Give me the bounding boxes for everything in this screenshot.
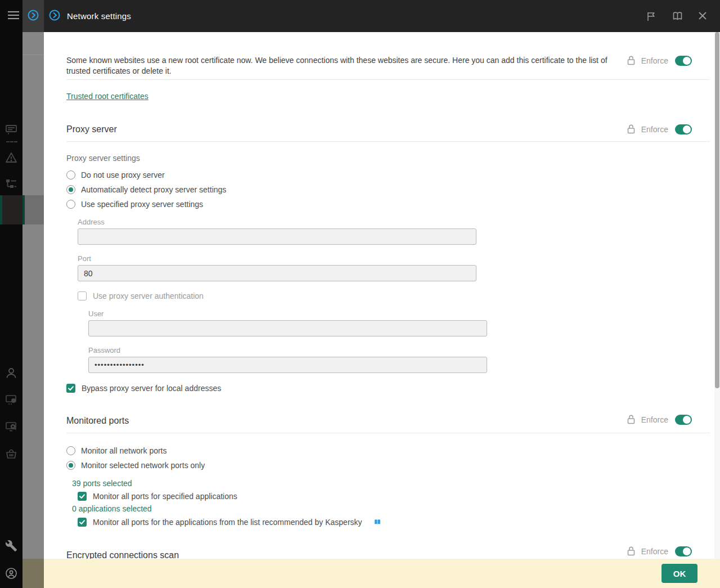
enforce-label: Enforce: [641, 547, 668, 556]
close-icon[interactable]: [698, 11, 709, 22]
flag-icon[interactable]: [646, 11, 657, 22]
port-input[interactable]: [78, 265, 476, 281]
help-book-icon[interactable]: [672, 11, 683, 22]
proxy-section-title: Proxy server: [66, 124, 117, 134]
device-settings-icon[interactable]: [5, 393, 17, 406]
ports-selected-link[interactable]: 39 ports selected: [72, 479, 132, 488]
rail-separator: [6, 141, 17, 142]
checkbox-label: Monitor all ports for specified applicat…: [93, 492, 237, 501]
rail-selected-item[interactable]: [0, 195, 22, 225]
radio-circle[interactable]: [66, 170, 75, 179]
scrollbar-track[interactable]: [714, 32, 720, 559]
checkbox-checked[interactable]: [78, 492, 87, 501]
applications-selected-link[interactable]: 0 applications selected: [72, 504, 152, 513]
lock-icon: [627, 55, 636, 67]
enforce-toggle-certificates[interactable]: [675, 56, 692, 66]
radio-circle-selected[interactable]: [66, 461, 75, 470]
enforce-label: Enforce: [641, 56, 668, 65]
port-label: Port: [78, 254, 710, 263]
checkbox-checked[interactable]: [78, 518, 87, 527]
ports-section-header: Monitored ports: [66, 416, 710, 433]
dialog-header: Network settings: [44, 0, 720, 32]
checkbox-checked[interactable]: [66, 384, 75, 393]
radio-circle[interactable]: [66, 446, 75, 455]
app-icon-rail: [0, 0, 22, 588]
dimmed-menu-column: [22, 0, 44, 588]
divider: [66, 79, 710, 80]
dimmed-footer-strip: [22, 559, 44, 588]
dimmed-selected-menu-item[interactable]: [22, 195, 44, 225]
radio-no-proxy[interactable]: Do not use proxy server: [66, 170, 710, 180]
ok-button[interactable]: OK: [662, 564, 698, 583]
checkbox-label: Bypass proxy server for local addresses: [82, 384, 221, 393]
radio-auto-detect[interactable]: Automatically detect proxy server settin…: [66, 185, 710, 195]
radio-label: Automatically detect proxy server settin…: [81, 185, 226, 194]
password-input[interactable]: [88, 357, 487, 373]
encrypted-section-title: Encrypted connections scan: [66, 550, 179, 559]
radio-circle-selected[interactable]: [66, 185, 75, 194]
lock-icon: [627, 414, 636, 426]
circle-arrow-icon: [48, 9, 61, 24]
checkbox-label: Use proxy server authentication: [93, 291, 204, 300]
checkbox-label: Monitor all ports for the applications f…: [93, 518, 362, 527]
encrypted-section-header: Encrypted connections scan: [66, 550, 710, 559]
dashboard-icon[interactable]: [5, 123, 17, 136]
dimmed-menu-header: [22, 0, 44, 32]
address-input[interactable]: [78, 228, 476, 245]
enforce-row-ports: Enforce: [627, 413, 692, 427]
basket-icon[interactable]: [5, 448, 17, 460]
hamburger-menu-icon[interactable]: [7, 9, 20, 21]
dialog-body: Some known websites use a new root certi…: [44, 32, 720, 559]
radio-monitor-selected-ports[interactable]: Monitor selected network ports only: [66, 460, 710, 470]
radio-label: Use specified proxy server settings: [81, 200, 203, 209]
enforce-toggle-proxy[interactable]: [675, 124, 692, 134]
device-search-icon[interactable]: [5, 420, 17, 433]
wrench-icon[interactable]: [5, 540, 17, 552]
radio-label: Do not use proxy server: [81, 170, 165, 179]
user-input[interactable]: [88, 320, 487, 336]
trusted-certificates-link[interactable]: Trusted root certificates: [66, 92, 148, 101]
bypass-proxy-checkbox[interactable]: Bypass proxy server for local addresses: [66, 383, 710, 393]
address-label: Address: [78, 218, 710, 226]
radio-label: Monitor all network ports: [81, 446, 167, 455]
enforce-row-certificates: Enforce: [627, 54, 692, 68]
account-icon[interactable]: [5, 567, 17, 580]
hierarchy-icon[interactable]: [5, 178, 17, 190]
enforce-label: Enforce: [641, 125, 668, 134]
dialog-footer: OK: [44, 559, 720, 588]
network-settings-dialog: Network settings Enforce Enforce: [44, 0, 720, 588]
recommended-apps-checkbox[interactable]: Monitor all ports for the applications f…: [78, 517, 710, 527]
dialog-title: Network settings: [67, 11, 131, 21]
proxy-section-header: Proxy server: [66, 124, 710, 142]
proxy-auth-checkbox[interactable]: Use proxy server authentication: [78, 291, 710, 301]
help-book-icon[interactable]: [373, 518, 382, 526]
intro-text: Some known websites use a new root certi…: [66, 55, 626, 77]
ports-section-title: Monitored ports: [66, 416, 129, 425]
lock-icon: [627, 124, 636, 136]
specified-apps-checkbox[interactable]: Monitor all ports for specified applicat…: [78, 491, 710, 501]
circle-arrow-icon: [27, 9, 39, 24]
lock-icon: [627, 546, 636, 558]
menu-divider: [22, 55, 44, 55]
warning-icon[interactable]: [5, 151, 17, 164]
enforce-label: Enforce: [641, 415, 668, 424]
radio-circle[interactable]: [66, 200, 75, 209]
radio-monitor-all-ports[interactable]: Monitor all network ports: [66, 446, 710, 456]
radio-specified-proxy[interactable]: Use specified proxy server settings: [66, 199, 710, 209]
checkbox-unchecked[interactable]: [78, 291, 87, 300]
proxy-settings-label: Proxy server settings: [66, 154, 710, 163]
enforce-row-encrypted: Enforce: [627, 545, 692, 558]
user-label: User: [88, 309, 710, 318]
radio-label: Monitor selected network ports only: [81, 461, 205, 470]
enforce-toggle-encrypted[interactable]: [675, 546, 692, 556]
enforce-toggle-ports[interactable]: [675, 415, 692, 425]
screen: Network settings Enforce Enforce: [0, 0, 720, 588]
enforce-row-proxy: Enforce: [627, 123, 692, 136]
user-icon[interactable]: [5, 367, 17, 379]
password-label: Password: [88, 346, 710, 354]
scrollbar-thumb[interactable]: [715, 32, 719, 388]
